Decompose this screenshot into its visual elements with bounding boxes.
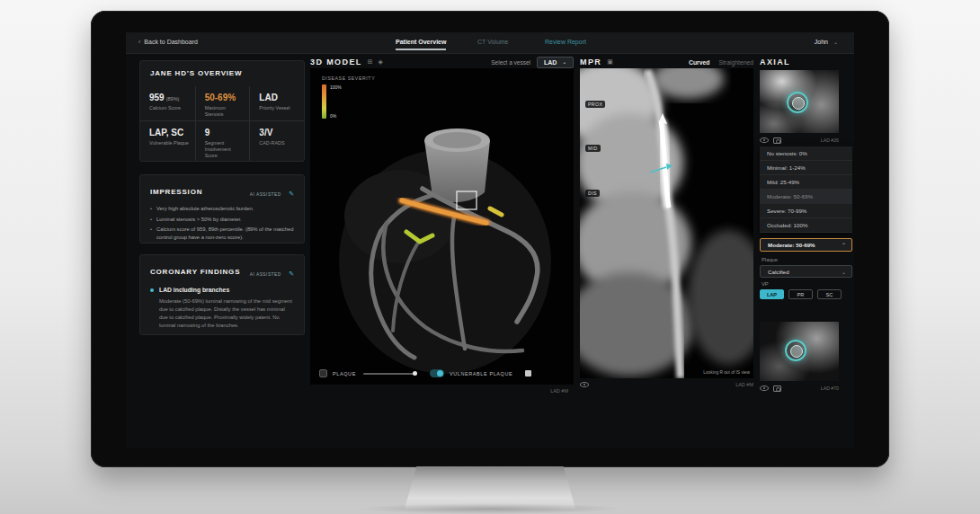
axial-view-top[interactable] [760, 70, 839, 133]
stenosis-options-list: No stenosis: 0% Minimal: 1-24% Mild: 25-… [760, 146, 852, 233]
stenosis-option[interactable]: No stenosis: 0% [760, 146, 852, 161]
impression-bullet: • Very high absolute atherosclerotic bur… [150, 205, 294, 213]
visibility-icon[interactable] [580, 382, 589, 387]
orientation-icon[interactable]: ◈ [379, 58, 383, 66]
app-screen: ‹Back to Dashboard Patient Overview CT V… [126, 32, 854, 448]
bullet-icon: • [150, 216, 152, 224]
tab-ct-volume[interactable]: CT Volume [477, 39, 509, 49]
stat-vulnerable-plaque: LAP, SC Vulnerable Plaque [140, 120, 195, 162]
stenosis-option[interactable]: Severe: 70-99% [760, 204, 852, 218]
mpr-footer: LAD #M [580, 382, 753, 387]
back-to-dashboard-button[interactable]: ‹Back to Dashboard [138, 39, 198, 45]
patient-overview-card: JANE HD’S OVERVIEW 959(89%) Calcium Scor… [139, 60, 305, 162]
finding-item-lad[interactable]: LAD including branches Moderate (50-69%)… [140, 279, 304, 330]
stat-calcium-score: 959(89%) Calcium Score [140, 86, 195, 120]
stat-segment-involvement: 9 Segment Involvement Score [195, 120, 250, 162]
monitor-bezel: ‹Back to Dashboard Patient Overview CT V… [91, 11, 889, 467]
marker-dis: DIS [585, 190, 600, 197]
vessel-dropdown-value: LAD [544, 59, 557, 66]
chevron-down-icon: ⌄ [562, 59, 566, 65]
vp-button-pr[interactable]: PR [788, 289, 813, 299]
mode-curved[interactable]: Curved [689, 59, 709, 66]
legend-title: DISEASE SEVERITY [322, 75, 375, 81]
stenosis-option-selected[interactable]: Moderate: 50-69% [760, 190, 852, 204]
stat-label: CAD-RADS [259, 140, 298, 146]
axial-bottom-label: LAD #70 [821, 386, 839, 391]
stenosis-dropdown-value: Moderate: 50-69% [768, 242, 815, 248]
stenosis-option[interactable]: Minimal: 1-24% [760, 161, 852, 175]
edit-icon[interactable]: ✎ [289, 191, 294, 197]
stat-value: 50-69% [205, 93, 245, 102]
plaque-type-dropdown[interactable]: Calcified ⌄ [760, 265, 852, 278]
overview-title: JANE HD’S OVERVIEW [150, 69, 242, 77]
chevron-up-icon: ⌃ [842, 242, 846, 248]
mpr-viewport[interactable]: PROX MID DIS Looking R out of IS view [580, 68, 753, 378]
tab-review-report[interactable]: Review Report [545, 39, 586, 49]
vulnerable-plaque-swatch-icon[interactable] [525, 370, 531, 377]
severity-gradient-bar [322, 84, 326, 119]
stat-value: 3/V [259, 128, 298, 137]
bullet-text: Luminal stenosis > 50% by diameter. [156, 216, 242, 224]
axial-view-bottom[interactable] [760, 322, 839, 381]
stat-maximum-stenosis: 50-69% Maximum Stenosis [195, 86, 250, 120]
view-orientation-hint: Looking R out of IS view [703, 370, 750, 375]
visibility-icon[interactable] [760, 386, 769, 391]
stat-suffix: (89%) [166, 96, 180, 102]
bullet-text: Calcium score of 959, 89th percentile. (… [156, 226, 294, 241]
edit-icon[interactable]: ✎ [289, 270, 294, 277]
model-controls-bar: PLAQUE VULNERABLE PLAQUE [319, 369, 531, 377]
vp-button-sc[interactable]: SC [817, 289, 842, 299]
plaque-type-value: Calcified [768, 269, 789, 275]
plaque-checkbox-icon[interactable] [319, 369, 327, 377]
stat-label: Priority Vessel [259, 105, 298, 111]
user-menu[interactable]: John⌄ [815, 39, 838, 45]
chevron-down-icon: ⌄ [842, 269, 846, 275]
vessel-dot-icon [150, 288, 154, 292]
select-vessel-label: Select a vessel [491, 59, 530, 66]
snapshot-icon[interactable] [773, 386, 781, 392]
stat-value: LAP, SC [149, 128, 190, 137]
bullet-icon: • [150, 205, 152, 213]
stat-priority-vessel: LAD Priority Vessel [249, 86, 304, 120]
disease-severity-legend: DISEASE SEVERITY 100% 0% [322, 75, 375, 119]
mode-straightened[interactable]: Straightened [718, 59, 753, 66]
layers-icon[interactable]: ▣ [607, 58, 613, 66]
top-navbar: ‹Back to Dashboard Patient Overview CT V… [126, 32, 854, 54]
lumen-contour-icon [785, 340, 806, 361]
impression-title: IMPRESSION [150, 188, 202, 196]
axial-top-label: LAD #26 [821, 137, 839, 143]
stat-label: Vulnerable Plaque [149, 140, 190, 146]
tab-patient-overview[interactable]: Patient Overview [396, 39, 446, 50]
vessel-dropdown[interactable]: LAD ⌄ [537, 57, 574, 68]
plaque-toggle-label: PLAQUE [333, 371, 356, 377]
model-panel: 3D MODEL ⊞ ◈ Select a vessel LAD ⌄ [310, 56, 574, 428]
overview-stats-grid: 959(89%) Calcium Score 50-69% Maximum St… [140, 86, 304, 155]
vulnerable-plaque-toggle[interactable] [430, 369, 444, 377]
monitor-stand-shadow [358, 503, 622, 514]
stat-value: 9 [205, 128, 245, 137]
stat-value: 959 [149, 93, 165, 102]
visibility-icon[interactable] [760, 137, 769, 143]
finding-item-body: Moderate (50-69%) luminal narrowing of t… [150, 297, 294, 330]
vp-button-lap[interactable]: LAP [760, 289, 784, 299]
model-3d-viewport[interactable]: DISEASE SEVERITY 100% 0% PLAQUE VULNERAB [310, 68, 574, 385]
bullet-icon: • [150, 226, 152, 241]
coronary-findings-card: CORONARY FINDINGS AI ASSISTED ✎ LAD incl… [139, 254, 305, 335]
plaque-opacity-slider[interactable] [363, 373, 415, 375]
impression-bullets: • Very high absolute atherosclerotic bur… [140, 199, 304, 242]
finding-item-title: LAD including branches [159, 287, 229, 293]
vp-field-label: VP [762, 281, 769, 287]
fit-view-icon[interactable]: ⊞ [368, 58, 373, 66]
impression-card: IMPRESSION AI ASSISTED ✎ • Very high abs… [139, 174, 305, 244]
mpr-segment-label: LAD #M [735, 382, 753, 387]
mpr-ct-render [580, 68, 753, 378]
toggle-knob [437, 370, 443, 377]
stenosis-option[interactable]: Occluded: 100% [760, 218, 852, 233]
axial-bottom-meta: LAD #70 [760, 384, 839, 393]
stenosis-dropdown[interactable]: Moderate: 50-69% ⌃ [760, 238, 852, 252]
user-name: John [815, 39, 828, 45]
stenosis-option[interactable]: Mild: 25-49% [760, 175, 852, 190]
snapshot-icon[interactable] [773, 137, 781, 144]
marker-mid: MID [585, 145, 601, 152]
slider-knob[interactable] [413, 371, 417, 376]
